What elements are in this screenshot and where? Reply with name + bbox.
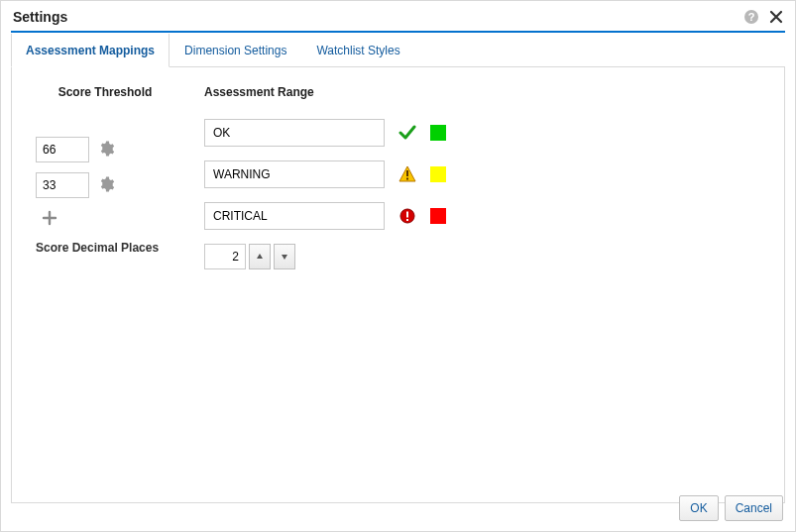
gear-icon[interactable] — [97, 175, 115, 196]
score-threshold-header: Score Threshold — [36, 85, 174, 99]
dialog-footer: OK Cancel — [679, 495, 783, 521]
titlebar: Settings ? — [1, 1, 795, 31]
cancel-button[interactable]: Cancel — [725, 495, 783, 521]
range-row-ok — [204, 119, 760, 147]
tab-assessment-mappings[interactable]: Assessment Mappings — [11, 34, 170, 67]
tab-watchlist-styles[interactable]: Watchlist Styles — [301, 34, 414, 67]
decimal-places-input[interactable] — [204, 244, 246, 269]
color-swatch-warning[interactable] — [430, 166, 446, 182]
threshold-row-1 — [36, 172, 174, 198]
warning-icon — [398, 165, 416, 183]
color-swatch-critical[interactable] — [430, 208, 446, 224]
assessment-range-column: Assessment Range — [204, 85, 760, 269]
color-swatch-ok[interactable] — [430, 125, 446, 141]
threshold-row-0 — [36, 137, 174, 162]
threshold-input-1[interactable] — [36, 172, 89, 198]
settings-dialog: Settings ? Assessment Mappings Dimension… — [0, 0, 796, 532]
range-row-warning — [204, 160, 760, 188]
dialog-title: Settings — [13, 9, 67, 25]
critical-icon — [398, 208, 416, 224]
range-input-warning[interactable] — [204, 160, 385, 188]
decimal-places-spinner — [204, 244, 760, 269]
assessment-range-header: Assessment Range — [204, 85, 760, 99]
ok-button[interactable]: OK — [679, 495, 718, 521]
threshold-input-0[interactable] — [36, 137, 89, 162]
svg-rect-6 — [406, 212, 408, 218]
add-threshold-button[interactable] — [36, 208, 174, 233]
tab-dimension-settings[interactable]: Dimension Settings — [170, 34, 301, 67]
titlebar-actions: ? — [743, 9, 783, 25]
spinner-up-button[interactable] — [249, 244, 271, 269]
svg-rect-3 — [406, 170, 408, 176]
svg-rect-4 — [406, 178, 408, 180]
range-input-ok[interactable] — [204, 119, 385, 147]
tab-bar: Assessment Mappings Dimension Settings W… — [11, 31, 785, 67]
checkmark-icon — [398, 124, 416, 142]
close-icon[interactable] — [769, 10, 783, 24]
gear-icon[interactable] — [97, 140, 115, 160]
score-threshold-column: Score Threshold — [36, 85, 174, 255]
svg-text:?: ? — [748, 11, 755, 23]
range-row-critical — [204, 202, 760, 230]
tab-panel: Score Threshold — [11, 67, 785, 503]
svg-rect-7 — [406, 219, 408, 221]
spinner-down-button[interactable] — [274, 244, 295, 269]
help-icon[interactable]: ? — [743, 9, 759, 25]
range-input-critical[interactable] — [204, 202, 385, 230]
decimal-places-label: Score Decimal Places — [36, 241, 159, 255]
